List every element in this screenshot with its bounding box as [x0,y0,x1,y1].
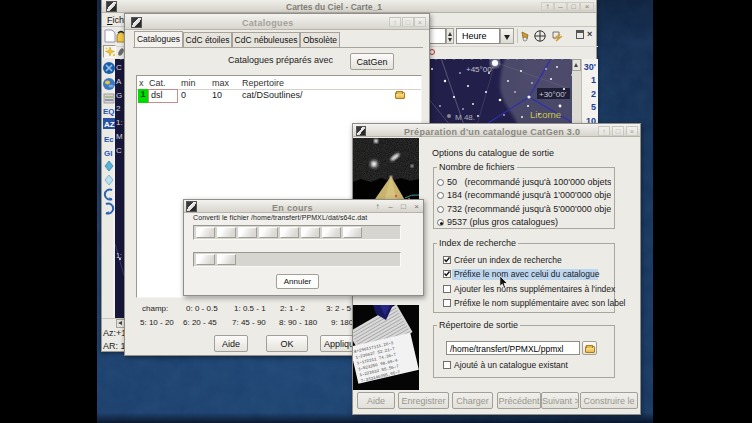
svg-text:AZ: AZ [104,120,115,129]
svg-text:Gl: Gl [104,149,112,158]
svg-text:2: 2 [116,104,121,113]
svg-text:+30°00': +30°00' [539,90,567,99]
svg-text:EQ: EQ [103,107,115,116]
svg-text:G: G [116,91,122,100]
svg-text:1:: 1: [116,252,122,259]
svg-text:+45°00': +45°00' [466,65,494,74]
svg-text:A: A [116,77,122,86]
svg-text:M: M [116,132,123,141]
svg-text:M 48.: M 48. [455,113,475,122]
svg-text:C: C [116,146,122,155]
svg-text:Licorne: Licorne [530,109,561,120]
svg-text:C: C [116,63,122,72]
svg-text:Ec: Ec [104,135,114,144]
svg-text:1:: 1: [116,118,123,127]
